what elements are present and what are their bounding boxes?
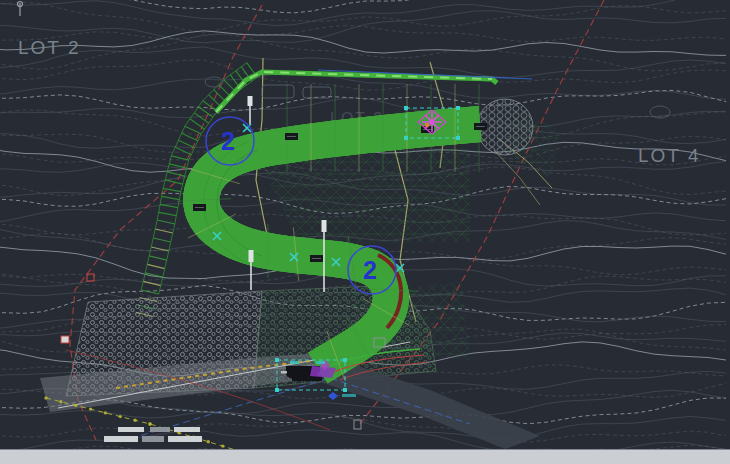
selection-grip[interactable] [343, 388, 347, 392]
insertion-dot [425, 123, 429, 127]
graphic-scale-bar[interactable] [104, 427, 202, 442]
window-bottom-bar [0, 449, 730, 464]
contour-line [0, 11, 726, 43]
plan-view[interactable]: LOT 3 [0, 0, 730, 449]
curve-number-text: 2 [363, 256, 377, 284]
boundary-monument-marker[interactable] [61, 336, 69, 343]
contour-line [0, 31, 726, 56]
selection-grip[interactable] [456, 136, 460, 140]
contour-line [0, 0, 726, 26]
tiny-cyan-label [316, 361, 325, 364]
selection-grip[interactable] [404, 106, 408, 110]
tiny-cyan-label [290, 361, 299, 364]
tiny-label [281, 371, 287, 374]
selection-grip[interactable] [275, 388, 279, 392]
curve-number-text: 2 [221, 127, 235, 155]
cad-drawing-area[interactable]: LOT 3 [0, 0, 730, 464]
selection-grip[interactable] [456, 106, 460, 110]
contour-line [0, 411, 726, 440]
selection-grip[interactable] [404, 136, 408, 140]
station-post-marker[interactable] [249, 250, 254, 290]
lot4-label: LOT 4 [638, 145, 700, 166]
selection-grip[interactable] [343, 358, 347, 362]
selection-grip[interactable] [275, 358, 279, 362]
block-insertion-diamond[interactable] [328, 392, 338, 400]
existing-road-dark-branch[interactable] [320, 360, 540, 449]
magenta-star-point[interactable] [422, 112, 442, 132]
lot2-label: LOT 2 [18, 37, 80, 58]
survey-point-marker[interactable] [18, 2, 23, 17]
tiny-cyan-label [342, 394, 356, 397]
contour-line [0, 90, 726, 110]
